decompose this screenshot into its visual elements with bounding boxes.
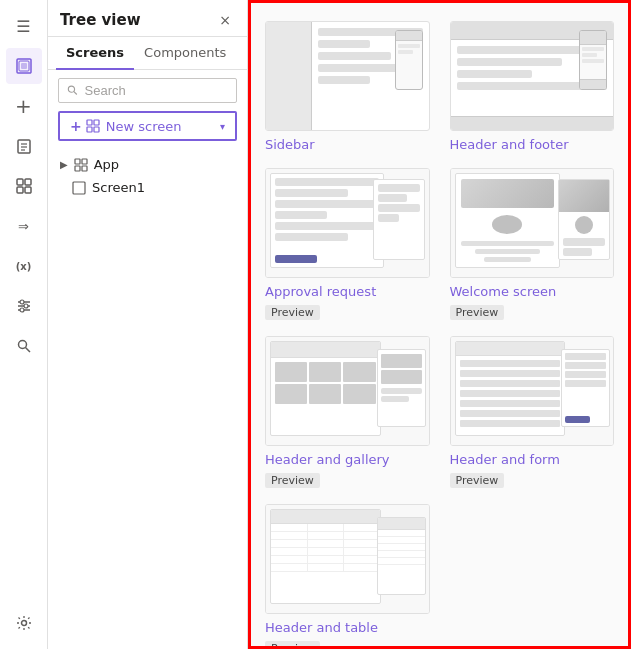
gallery-label-row: Header and gallery Preview bbox=[265, 452, 430, 488]
svg-rect-2 bbox=[21, 63, 27, 69]
svg-point-17 bbox=[18, 341, 26, 349]
app-caret-icon: ▶ bbox=[60, 159, 68, 170]
clipboard-icon[interactable] bbox=[6, 128, 42, 164]
svg-rect-30 bbox=[73, 182, 85, 194]
svg-rect-22 bbox=[87, 120, 92, 125]
gallery-thumbnail[interactable] bbox=[265, 336, 430, 446]
tree-item-app[interactable]: ▶ App bbox=[48, 153, 247, 176]
variable-icon[interactable]: (x) bbox=[6, 248, 42, 284]
svg-point-16 bbox=[20, 308, 24, 312]
form-thumbnail[interactable] bbox=[450, 336, 615, 446]
sliders-icon[interactable] bbox=[6, 288, 42, 324]
template-welcome: Welcome screen Preview bbox=[450, 168, 615, 320]
component-icon[interactable] bbox=[6, 168, 42, 204]
svg-rect-7 bbox=[17, 179, 23, 185]
new-screen-grid-icon bbox=[86, 119, 100, 133]
welcome-thumbnail[interactable] bbox=[450, 168, 615, 278]
gallery-label: Header and gallery bbox=[265, 452, 390, 467]
template-panel: Sidebar bbox=[248, 0, 631, 649]
template-grid: Sidebar bbox=[261, 13, 618, 649]
tab-components[interactable]: Components bbox=[134, 37, 236, 70]
svg-rect-27 bbox=[82, 159, 87, 164]
welcome-label-row: Welcome screen Preview bbox=[450, 284, 615, 320]
form-preview-badge[interactable]: Preview bbox=[450, 473, 505, 488]
svg-point-15 bbox=[24, 304, 28, 308]
new-screen-button[interactable]: + New screen ▾ bbox=[58, 111, 237, 141]
settings-bottom-icon[interactable] bbox=[6, 605, 42, 641]
approval-preview-badge[interactable]: Preview bbox=[265, 305, 320, 320]
close-button[interactable]: × bbox=[215, 10, 235, 30]
sidebar-thumbnail[interactable] bbox=[265, 21, 430, 131]
welcome-preview-badge[interactable]: Preview bbox=[450, 305, 505, 320]
svg-rect-24 bbox=[87, 127, 92, 132]
svg-point-14 bbox=[20, 300, 24, 304]
svg-rect-23 bbox=[94, 120, 99, 125]
approval-label-row: Approval request Preview bbox=[265, 284, 430, 320]
form-label: Header and form bbox=[450, 452, 560, 467]
gallery-preview-badge[interactable]: Preview bbox=[265, 473, 320, 488]
approval-label: Approval request bbox=[265, 284, 376, 299]
plus-icon[interactable]: + bbox=[6, 88, 42, 124]
table-label: Header and table bbox=[265, 620, 378, 635]
svg-line-21 bbox=[74, 91, 77, 94]
search-input[interactable] bbox=[85, 83, 228, 98]
hamburger-icon[interactable]: ☰ bbox=[6, 8, 42, 44]
header-footer-label-row: Header and footer bbox=[450, 137, 615, 152]
table-thumbnail[interactable] bbox=[265, 504, 430, 614]
tree-item-screen1-label: Screen1 bbox=[92, 180, 145, 195]
search-icon bbox=[67, 84, 79, 97]
table-preview-badge[interactable]: Preview bbox=[265, 641, 320, 649]
tab-screens[interactable]: Screens bbox=[56, 37, 134, 70]
svg-point-19 bbox=[21, 621, 26, 626]
template-sidebar: Sidebar bbox=[265, 21, 430, 152]
template-header-footer: Header and footer bbox=[450, 21, 615, 152]
table-label-row: Header and table Preview bbox=[265, 620, 430, 649]
header-footer-label: Header and footer bbox=[450, 137, 569, 152]
sidebar-label: Sidebar bbox=[265, 137, 315, 152]
new-screen-plus-icon: + bbox=[70, 118, 82, 134]
svg-rect-26 bbox=[75, 159, 80, 164]
template-gallery: Header and gallery Preview bbox=[265, 336, 430, 488]
tree-items: ▶ App Screen1 bbox=[48, 149, 247, 649]
form-label-row: Header and form Preview bbox=[450, 452, 615, 488]
screen-icon bbox=[72, 181, 86, 195]
template-form: Header and form Preview bbox=[450, 336, 615, 488]
svg-rect-25 bbox=[94, 127, 99, 132]
layers-icon[interactable] bbox=[6, 48, 42, 84]
approval-thumbnail[interactable] bbox=[265, 168, 430, 278]
tree-tabs: Screens Components bbox=[48, 37, 247, 70]
svg-rect-10 bbox=[25, 187, 31, 193]
svg-line-18 bbox=[25, 348, 30, 353]
icon-bar: ☰ + ⇒ (x) bbox=[0, 0, 48, 649]
svg-rect-9 bbox=[17, 187, 23, 193]
sidebar-label-row: Sidebar bbox=[265, 137, 430, 152]
search-icon[interactable] bbox=[6, 328, 42, 364]
svg-rect-29 bbox=[82, 166, 87, 171]
new-screen-chevron: ▾ bbox=[220, 121, 225, 132]
tree-panel-header: Tree view × bbox=[48, 0, 247, 37]
header-footer-thumbnail[interactable] bbox=[450, 21, 615, 131]
template-approval: Approval request Preview bbox=[265, 168, 430, 320]
tree-item-screen1[interactable]: Screen1 bbox=[48, 176, 247, 199]
connect-icon[interactable]: ⇒ bbox=[6, 208, 42, 244]
search-box bbox=[58, 78, 237, 103]
tree-panel: Tree view × Screens Components + New scr… bbox=[48, 0, 248, 649]
app-icon bbox=[74, 158, 88, 172]
template-table: Header and table Preview bbox=[265, 504, 430, 649]
welcome-label: Welcome screen bbox=[450, 284, 557, 299]
svg-rect-8 bbox=[25, 179, 31, 185]
new-screen-label: New screen bbox=[106, 119, 182, 134]
tree-panel-title: Tree view bbox=[60, 11, 141, 29]
svg-point-20 bbox=[68, 86, 74, 92]
svg-rect-28 bbox=[75, 166, 80, 171]
tree-item-app-label: App bbox=[94, 157, 119, 172]
